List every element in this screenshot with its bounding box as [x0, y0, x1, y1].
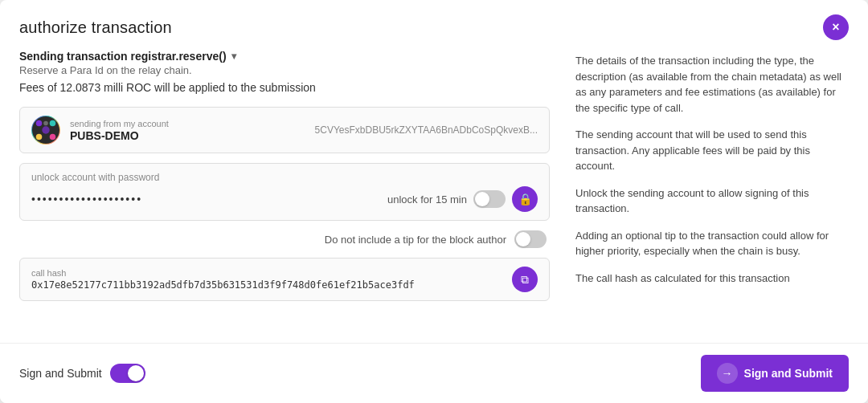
right-panel-para4: Adding an optional tip to the transactio… [575, 228, 849, 259]
authorize-transaction-modal: authorize transaction × Sending transact… [0, 0, 868, 403]
account-info: sending from my account PUBS-DEMO [70, 119, 305, 142]
sign-submit-toggle[interactable] [110, 364, 145, 383]
sign-and-submit-button[interactable]: → Sign and Submit [701, 355, 849, 392]
unlock-label: unlock for 15 min [387, 193, 467, 206]
svg-point-4 [50, 134, 56, 140]
right-panel-para2: The sending account that will be used to… [575, 127, 849, 174]
tip-label: Do not include a tip for the block autho… [325, 234, 506, 246]
svg-point-3 [36, 134, 43, 140]
dropdown-arrow-icon: ▾ [231, 51, 236, 62]
modal-footer: Sign and Submit → Sign and Submit [0, 343, 868, 403]
account-name: PUBS-DEMO [70, 129, 305, 142]
password-row: unlock for 15 min 🔒 [31, 186, 538, 212]
unlock-toggle[interactable] [473, 190, 506, 208]
transaction-subtitle: Reserve a Para Id on the relay chain. [19, 64, 550, 76]
svg-point-1 [36, 120, 43, 127]
svg-point-5 [42, 126, 49, 133]
tip-toggle-thumb [516, 232, 530, 246]
right-panel-para5: The call hash as calculated for this tra… [575, 271, 849, 287]
call-hash-label: call hash [31, 268, 504, 278]
tip-toggle[interactable] [514, 230, 547, 248]
modal-body: Sending transaction registrar.reserve() … [0, 50, 868, 343]
transaction-method[interactable]: Sending transaction registrar.reserve() … [19, 50, 550, 63]
transaction-info: Sending transaction registrar.reserve() … [19, 50, 550, 94]
password-box: unlock account with password unlock for … [19, 163, 550, 221]
avatar [31, 116, 60, 145]
unlock-row: unlock for 15 min 🔒 [387, 186, 538, 212]
svg-point-2 [50, 120, 56, 127]
call-hash-info: call hash 0x17e8e52177c711bb3192ad5dfb7d… [31, 268, 504, 291]
footer-left: Sign and Submit [19, 364, 145, 383]
right-panel: The details of the transaction including… [575, 50, 849, 330]
close-button[interactable]: × [823, 14, 849, 40]
footer-toggle-label: Sign and Submit [19, 367, 102, 380]
lock-button[interactable]: 🔒 [512, 186, 538, 212]
call-hash-box: call hash 0x17e8e52177c711bb3192ad5dfb7d… [19, 258, 550, 301]
account-box: sending from my account PUBS-DEMO 5CVYes… [19, 107, 550, 153]
sign-submit-label: Sign and Submit [744, 367, 833, 380]
left-panel: Sending transaction registrar.reserve() … [19, 50, 550, 330]
password-input[interactable] [31, 193, 379, 206]
sign-submit-icon: → [717, 363, 738, 384]
call-hash-value: 0x17e8e52177c711bb3192ad5dfb7d35b631531d… [31, 279, 504, 291]
toggle-thumb [475, 192, 489, 206]
account-address: 5CVYesFxbDBU5rkZXYTAA6BnADbCoSpQkvexB... [315, 124, 538, 136]
password-label: unlock account with password [31, 172, 538, 183]
modal-header: authorize transaction × [0, 0, 868, 50]
right-panel-para3: Unlock the sending account to allow sign… [575, 185, 849, 217]
sign-submit-toggle-thumb [128, 365, 144, 381]
modal-title: authorize transaction [19, 18, 172, 37]
copy-icon: ⧉ [521, 273, 529, 287]
tip-row: Do not include a tip for the block autho… [19, 230, 550, 248]
transaction-fee: Fees of 12.0873 milli ROC will be applie… [19, 81, 550, 94]
lock-icon: 🔒 [518, 193, 532, 206]
copy-hash-button[interactable]: ⧉ [512, 267, 538, 292]
account-label: sending from my account [70, 119, 305, 128]
right-panel-para1: The details of the transaction including… [575, 53, 849, 116]
svg-point-6 [43, 121, 48, 126]
